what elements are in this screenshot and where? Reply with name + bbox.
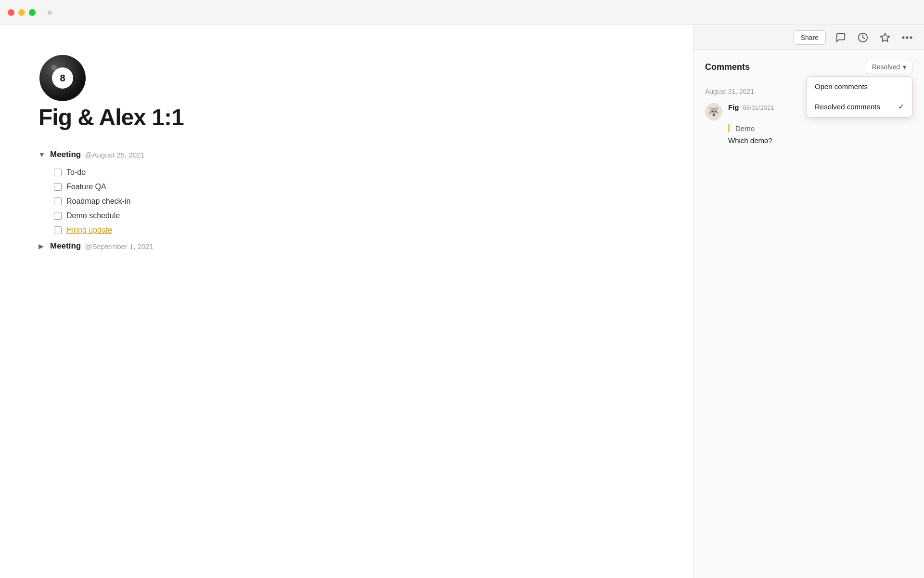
svg-text:8: 8	[60, 73, 65, 83]
outline-list: ▼ Meeting @August 25, 2021 To-do Feature…	[38, 150, 654, 251]
resolved-checkmark-icon: ✓	[898, 102, 904, 111]
outline-label-1: Meeting	[50, 150, 81, 159]
filter-current-label: Resolved	[872, 63, 900, 71]
comment-meta: Fig 08/31/2021	[728, 103, 774, 111]
chevron-down-icon: ▾	[903, 63, 906, 71]
outline-item-2: ▶ Meeting @September 1, 2021	[38, 241, 654, 251]
toggle-icon-2[interactable]: ▶	[38, 242, 46, 250]
comment-body: Which demo?	[728, 136, 912, 144]
checkbox-hiring[interactable]	[54, 226, 62, 234]
checklist-1: To-do Feature QA Roadmap check-in Demo s…	[54, 165, 654, 237]
check-label-hiring: Hiring update	[66, 226, 112, 235]
outline-date-1: @August 25, 2021	[85, 151, 144, 159]
nav-arrows-icon[interactable]: »	[47, 7, 52, 17]
check-label-todo: To-do	[66, 168, 86, 177]
bookmark-icon-button[interactable]	[878, 30, 892, 45]
svg-text:🐺: 🐺	[708, 106, 719, 117]
checkbox-roadmap[interactable]	[54, 197, 62, 205]
comments-panel: Share	[693, 25, 924, 578]
list-item: Demo schedule	[54, 209, 654, 223]
more-options-button[interactable]	[900, 34, 914, 41]
list-item: Roadmap check-in	[54, 194, 654, 209]
outline-item-1: ▼ Meeting @August 25, 2021 To-do Feature…	[38, 150, 654, 237]
maximize-button[interactable]	[29, 9, 36, 16]
traffic-lights	[8, 9, 36, 16]
title-nav: »	[47, 7, 52, 17]
comment-quoted-text: Demo	[728, 124, 912, 132]
svg-point-6	[902, 36, 905, 39]
share-button[interactable]: Share	[794, 30, 826, 45]
document-area: 8 Fig & Alex 1:1 ▼ Meeting @August 25, 2…	[0, 25, 693, 578]
checkbox-demo-schedule[interactable]	[54, 212, 62, 220]
document-title: Fig & Alex 1:1	[38, 104, 654, 131]
comment-timestamp: 08/31/2021	[743, 104, 774, 111]
close-button[interactable]	[8, 9, 14, 16]
checkbox-todo[interactable]	[54, 169, 62, 176]
filter-resolved-label: Resolved comments	[815, 103, 880, 111]
toggle-icon-1[interactable]: ▼	[38, 151, 46, 158]
minimize-button[interactable]	[18, 9, 25, 16]
list-item: Hiring update	[54, 223, 654, 237]
comment-author: Fig	[728, 103, 739, 111]
filter-open-label: Open comments	[815, 82, 868, 91]
filter-dropdown-menu: Open comments Resolved comments ✓	[807, 76, 912, 118]
checkbox-featureqa[interactable]	[54, 183, 62, 191]
comments-panel-title: Comments	[705, 62, 750, 72]
check-label-featureqa: Feature QA	[66, 183, 106, 191]
history-icon-button[interactable]	[856, 30, 870, 45]
comments-section: August 31, 2021 🐺 Fig 08/31/2021	[693, 80, 924, 578]
filter-option-resolved[interactable]: Resolved comments ✓	[807, 96, 912, 117]
avatar: 🐺	[705, 103, 722, 120]
filter-button[interactable]: Resolved ▾	[866, 60, 912, 74]
svg-point-7	[906, 36, 909, 39]
outline-label-2: Meeting	[50, 241, 81, 251]
list-item: Feature QA	[54, 180, 654, 194]
list-item: To-do	[54, 165, 654, 180]
svg-point-3	[51, 65, 57, 70]
titlebar: »	[0, 0, 924, 25]
svg-point-8	[910, 36, 912, 39]
app-layout: 8 Fig & Alex 1:1 ▼ Meeting @August 25, 2…	[0, 25, 924, 578]
document-icon: 8	[38, 54, 87, 102]
svg-marker-5	[881, 33, 889, 41]
filter-dropdown[interactable]: Resolved ▾ Open comments Resolved commen…	[866, 60, 912, 74]
comments-toolbar: Share	[693, 25, 924, 50]
comment-icon-button[interactable]	[834, 30, 848, 45]
comments-header: Comments Resolved ▾ Open comments Resolv…	[693, 50, 924, 80]
check-label-demo-schedule: Demo schedule	[66, 211, 120, 220]
outline-date-2: @September 1, 2021	[85, 242, 154, 250]
filter-option-open[interactable]: Open comments	[807, 77, 912, 96]
check-label-roadmap: Roadmap check-in	[66, 197, 130, 206]
